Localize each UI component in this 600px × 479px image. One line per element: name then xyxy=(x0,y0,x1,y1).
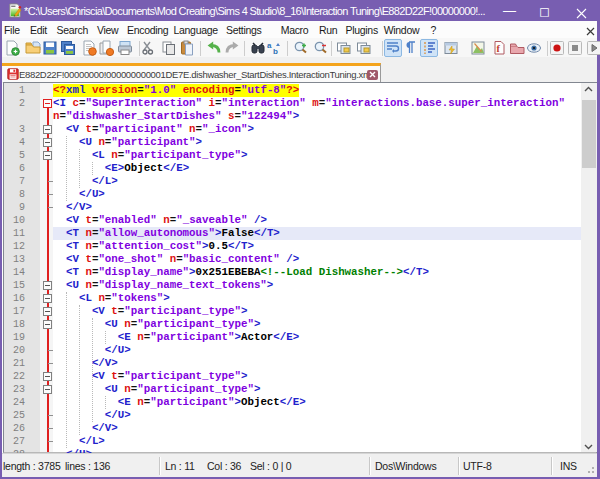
svg-text:b: b xyxy=(273,47,278,56)
svg-text:a: a xyxy=(267,41,272,50)
